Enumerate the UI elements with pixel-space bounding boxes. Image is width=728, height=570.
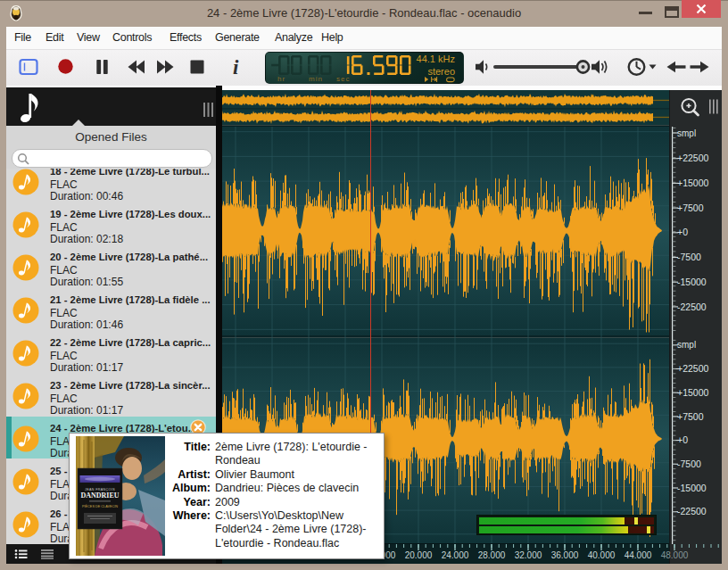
svg-text:+0: +0 bbox=[677, 227, 688, 237]
svg-text:-22500: -22500 bbox=[677, 302, 707, 312]
svg-text:28.000: 28.000 bbox=[478, 550, 506, 560]
svg-text:+15000: +15000 bbox=[677, 387, 708, 398]
svg-text:+7500: +7500 bbox=[677, 411, 704, 422]
svg-text:+22500: +22500 bbox=[677, 153, 708, 163]
svg-text:32.000: 32.000 bbox=[515, 550, 542, 560]
svg-text:48.000: 48.000 bbox=[661, 550, 689, 560]
svg-text:smpl: smpl bbox=[677, 340, 696, 350]
svg-text:i: i bbox=[233, 56, 239, 78]
svg-text:-7500: -7500 bbox=[677, 252, 701, 262]
svg-text:+7500: +7500 bbox=[677, 202, 704, 213]
svg-text:40.000: 40.000 bbox=[588, 550, 616, 560]
svg-text:44.000: 44.000 bbox=[625, 550, 652, 560]
svg-text:36.000: 36.000 bbox=[551, 550, 579, 560]
svg-text:-15000: -15000 bbox=[677, 277, 707, 287]
svg-text:-15000: -15000 bbox=[677, 483, 707, 493]
svg-text:20.000: 20.000 bbox=[405, 550, 433, 560]
svg-text:-22500: -22500 bbox=[677, 506, 707, 516]
svg-text:-7500: -7500 bbox=[677, 458, 701, 469]
svg-text:24.000: 24.000 bbox=[442, 550, 469, 560]
svg-text:+22500: +22500 bbox=[677, 363, 708, 374]
svg-text:smpl: smpl bbox=[677, 128, 696, 138]
svg-text:+0: +0 bbox=[677, 434, 688, 445]
svg-text:+15000: +15000 bbox=[677, 178, 708, 188]
